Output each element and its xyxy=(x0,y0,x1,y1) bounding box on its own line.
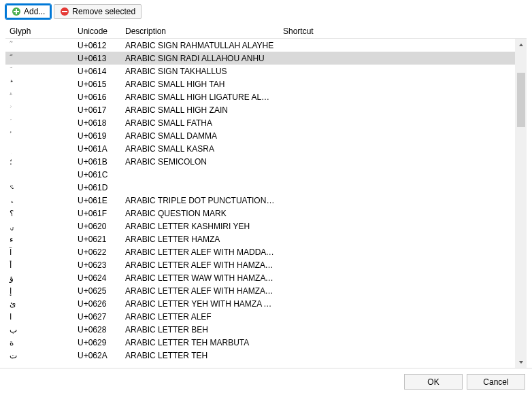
table-body[interactable]: ؒU+0612ARABIC SIGN RAHMATULLAH ALAYHEؓU+… xyxy=(5,39,527,368)
cell-glyph: ب xyxy=(5,325,73,334)
cell-description: ARABIC SMALL FATHA xyxy=(121,118,279,128)
cell-description: ARABIC SIGN RAHMATULLAH ALAYHE xyxy=(121,41,279,50)
cell-unicode: U+0620 xyxy=(73,222,121,231)
cell-unicode: U+0617 xyxy=(73,105,121,115)
cell-unicode: U+0622 xyxy=(73,247,121,257)
cell-description: ARABIC LETTER KASHMIRI YEH xyxy=(121,222,279,231)
table-row[interactable]: إU+0625ARABIC LETTER ALEF WITH HAMZA BEL… xyxy=(5,284,527,297)
cell-glyph: ؟ xyxy=(5,209,73,218)
table-row[interactable]: ؤU+0624ARABIC LETTER WAW WITH HAMZA ABO xyxy=(5,271,527,284)
col-header-spacer xyxy=(315,30,527,33)
cell-glyph: ؖ xyxy=(5,92,73,102)
table-header: Glyph Unicode Description Shortcut xyxy=(5,24,527,39)
table-row[interactable]: ؖU+0616ARABIC SMALL HIGH LIGATURE ALEF W… xyxy=(5,90,527,103)
table-row[interactable]: ؚU+061AARABIC SMALL KASRA xyxy=(5,142,527,155)
cell-unicode: U+0618 xyxy=(73,118,121,128)
table-row[interactable]: ئU+0626ARABIC LETTER YEH WITH HAMZA ABOV… xyxy=(5,297,527,310)
add-icon xyxy=(12,7,21,16)
table-row[interactable]: ؞U+061EARABIC TRIPLE DOT PUNCTUATION MAR… xyxy=(5,194,527,207)
table-row[interactable]: ؛U+061BARABIC SEMICOLON xyxy=(5,155,527,168)
add-button[interactable]: Add... xyxy=(5,4,51,19)
cell-unicode: U+061B xyxy=(73,157,121,167)
cell-glyph: ؠ xyxy=(5,222,73,231)
table-row[interactable]: بU+0628ARABIC LETTER BEH xyxy=(5,323,527,336)
cell-glyph: إ xyxy=(5,286,73,296)
cell-description: ARABIC SIGN TAKHALLUS xyxy=(121,67,279,76)
cell-glyph: ؓ xyxy=(5,54,73,63)
svg-rect-2 xyxy=(14,11,19,12)
cancel-button[interactable]: Cancel xyxy=(467,374,525,390)
table-row[interactable]: ؟U+061FARABIC QUESTION MARK xyxy=(5,207,527,220)
table-row[interactable]: ؓU+0613ARABIC SIGN RADI ALLAHOU ANHU xyxy=(5,52,527,65)
cell-unicode: U+061F xyxy=(73,209,121,218)
cell-description: ARABIC SIGN RADI ALLAHOU ANHU xyxy=(121,54,279,63)
cell-description: ARABIC LETTER WAW WITH HAMZA ABO xyxy=(121,273,279,283)
scroll-thumb[interactable] xyxy=(517,73,525,127)
table-row[interactable]: ؔU+0614ARABIC SIGN TAKHALLUS xyxy=(5,65,527,78)
cell-glyph: ؕ xyxy=(5,80,73,89)
svg-rect-4 xyxy=(62,11,67,12)
cell-unicode: U+062A xyxy=(73,351,121,360)
cell-unicode: U+0623 xyxy=(73,260,121,270)
ok-button[interactable]: OK xyxy=(404,374,463,390)
table-row[interactable]: U+061C xyxy=(5,168,527,181)
col-header-shortcut[interactable]: Shortcut xyxy=(279,25,315,37)
scroll-down-button[interactable] xyxy=(516,356,527,368)
cell-unicode: U+061A xyxy=(73,144,121,154)
character-table: Glyph Unicode Description Shortcut ؒU+06… xyxy=(5,23,527,368)
remove-icon xyxy=(60,7,69,16)
col-header-description[interactable]: Description xyxy=(121,25,279,37)
table-row[interactable]: ؠU+0620ARABIC LETTER KASHMIRI YEH xyxy=(5,220,527,233)
table-row[interactable]: ؗU+0617ARABIC SMALL HIGH ZAIN xyxy=(5,103,527,116)
cell-glyph: ا xyxy=(5,312,73,322)
cell-description: ARABIC LETTER BEH xyxy=(121,325,279,334)
cell-glyph: ء xyxy=(5,235,73,244)
table-row[interactable]: أU+0623ARABIC LETTER ALEF WITH HAMZA ABO xyxy=(5,258,527,271)
cell-description: ARABIC LETTER YEH WITH HAMZA ABOVE xyxy=(121,299,279,309)
cell-description: ARABIC SEMICOLON xyxy=(121,157,279,167)
cell-description: ARABIC TRIPLE DOT PUNCTUATION MARK xyxy=(121,196,279,205)
cell-glyph: ؘ xyxy=(5,118,73,128)
table-row[interactable]: ءU+0621ARABIC LETTER HAMZA xyxy=(5,233,527,245)
table-row[interactable]: آU+0622ARABIC LETTER ALEF WITH MADDA ABO xyxy=(5,245,527,258)
cell-unicode: U+0621 xyxy=(73,235,121,244)
ok-button-label: OK xyxy=(427,377,439,387)
cell-description: ARABIC SMALL HIGH TAH xyxy=(121,80,279,89)
cell-glyph: ئ xyxy=(5,299,73,309)
cell-unicode: U+0613 xyxy=(73,54,121,63)
table-row[interactable]: تU+062AARABIC LETTER TEH xyxy=(5,349,527,362)
cell-unicode: U+0612 xyxy=(73,41,121,50)
cell-glyph: ؙ xyxy=(5,131,73,141)
cell-description: ARABIC LETTER ALEF WITH MADDA ABO xyxy=(121,247,279,257)
cell-unicode: U+0619 xyxy=(73,131,121,141)
cell-unicode: U+0626 xyxy=(73,299,121,309)
scroll-up-button[interactable] xyxy=(516,39,527,50)
cell-description: ARABIC SMALL DAMMA xyxy=(121,131,279,141)
table-row[interactable]: ؒU+0612ARABIC SIGN RAHMATULLAH ALAYHE xyxy=(5,39,527,52)
table-row[interactable]: ةU+0629ARABIC LETTER TEH MARBUTA xyxy=(5,336,527,349)
table-row[interactable]: اU+0627ARABIC LETTER ALEF xyxy=(5,310,527,323)
cell-glyph: ؚ xyxy=(5,144,73,154)
cell-description: ARABIC SMALL HIGH ZAIN xyxy=(121,105,279,115)
cell-description: ARABIC LETTER ALEF xyxy=(121,312,279,322)
remove-selected-button[interactable]: Remove selected xyxy=(54,4,142,19)
col-header-unicode[interactable]: Unicode xyxy=(73,25,121,37)
table-row[interactable]: ؕU+0615ARABIC SMALL HIGH TAH xyxy=(5,78,527,90)
cell-glyph: ؤ xyxy=(5,273,73,283)
cell-unicode: U+0615 xyxy=(73,80,121,89)
table-row[interactable]: ؝U+061D xyxy=(5,181,527,194)
cell-unicode: U+0627 xyxy=(73,312,121,322)
cell-description: ARABIC LETTER TEH xyxy=(121,351,279,360)
cell-unicode: U+061C xyxy=(73,170,121,179)
add-button-label: Add... xyxy=(24,7,45,16)
cell-unicode: U+0624 xyxy=(73,273,121,283)
cell-glyph: ؒ xyxy=(5,41,73,50)
cell-description: ARABIC QUESTION MARK xyxy=(121,209,279,218)
table-row[interactable]: ؘU+0618ARABIC SMALL FATHA xyxy=(5,116,527,129)
vertical-scrollbar[interactable] xyxy=(515,39,527,368)
cell-description: ARABIC SMALL HIGH LIGATURE ALEF WIT... xyxy=(121,92,279,102)
col-header-glyph[interactable]: Glyph xyxy=(5,25,73,37)
cell-glyph: ؛ xyxy=(5,157,73,167)
cell-description: ARABIC LETTER TEH MARBUTA xyxy=(121,338,279,347)
table-row[interactable]: ؙU+0619ARABIC SMALL DAMMA xyxy=(5,129,527,142)
